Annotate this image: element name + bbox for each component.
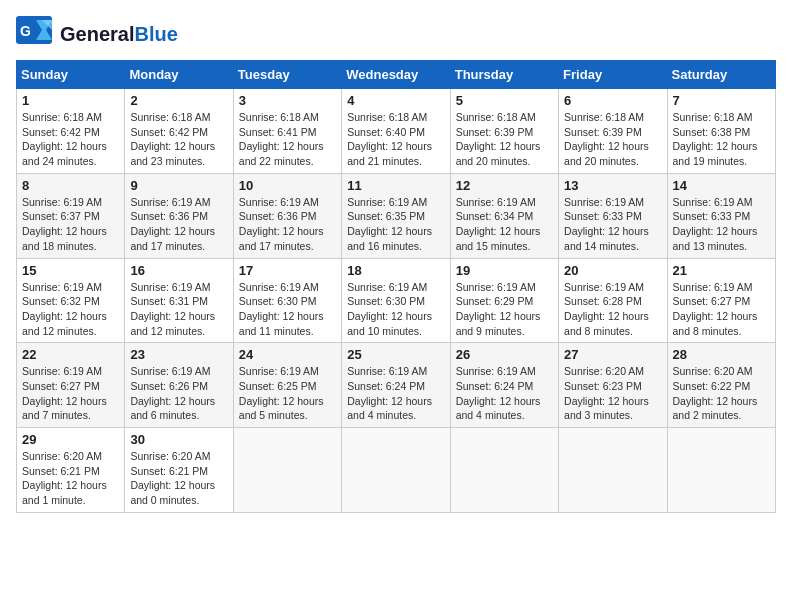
day-number: 4 xyxy=(347,93,444,108)
calendar-cell: 26Sunrise: 6:19 AM Sunset: 6:24 PM Dayli… xyxy=(450,343,558,428)
day-info: Sunrise: 6:18 AM Sunset: 6:40 PM Dayligh… xyxy=(347,110,444,169)
day-number: 8 xyxy=(22,178,119,193)
day-info: Sunrise: 6:19 AM Sunset: 6:28 PM Dayligh… xyxy=(564,280,661,339)
calendar-cell xyxy=(342,428,450,513)
day-number: 29 xyxy=(22,432,119,447)
day-number: 5 xyxy=(456,93,553,108)
calendar-cell xyxy=(450,428,558,513)
day-info: Sunrise: 6:18 AM Sunset: 6:39 PM Dayligh… xyxy=(456,110,553,169)
day-number: 11 xyxy=(347,178,444,193)
calendar-cell: 2Sunrise: 6:18 AM Sunset: 6:42 PM Daylig… xyxy=(125,89,233,174)
day-number: 21 xyxy=(673,263,770,278)
day-info: Sunrise: 6:19 AM Sunset: 6:25 PM Dayligh… xyxy=(239,364,336,423)
calendar-cell: 19Sunrise: 6:19 AM Sunset: 6:29 PM Dayli… xyxy=(450,258,558,343)
calendar-cell: 13Sunrise: 6:19 AM Sunset: 6:33 PM Dayli… xyxy=(559,173,667,258)
day-number: 22 xyxy=(22,347,119,362)
day-info: Sunrise: 6:19 AM Sunset: 6:24 PM Dayligh… xyxy=(347,364,444,423)
calendar-week-row: 15Sunrise: 6:19 AM Sunset: 6:32 PM Dayli… xyxy=(17,258,776,343)
day-info: Sunrise: 6:19 AM Sunset: 6:35 PM Dayligh… xyxy=(347,195,444,254)
calendar-cell: 28Sunrise: 6:20 AM Sunset: 6:22 PM Dayli… xyxy=(667,343,775,428)
calendar-cell: 7Sunrise: 6:18 AM Sunset: 6:38 PM Daylig… xyxy=(667,89,775,174)
calendar-cell: 24Sunrise: 6:19 AM Sunset: 6:25 PM Dayli… xyxy=(233,343,341,428)
day-info: Sunrise: 6:20 AM Sunset: 6:21 PM Dayligh… xyxy=(22,449,119,508)
calendar-week-row: 1Sunrise: 6:18 AM Sunset: 6:42 PM Daylig… xyxy=(17,89,776,174)
svg-text:G: G xyxy=(20,23,31,39)
logo-icon: G xyxy=(16,16,56,52)
day-info: Sunrise: 6:19 AM Sunset: 6:29 PM Dayligh… xyxy=(456,280,553,339)
calendar-cell: 6Sunrise: 6:18 AM Sunset: 6:39 PM Daylig… xyxy=(559,89,667,174)
day-number: 10 xyxy=(239,178,336,193)
day-number: 18 xyxy=(347,263,444,278)
logo-general-text: General xyxy=(60,23,134,45)
day-number: 16 xyxy=(130,263,227,278)
day-number: 2 xyxy=(130,93,227,108)
day-number: 27 xyxy=(564,347,661,362)
calendar-header-row: SundayMondayTuesdayWednesdayThursdayFrid… xyxy=(17,61,776,89)
day-number: 12 xyxy=(456,178,553,193)
day-info: Sunrise: 6:19 AM Sunset: 6:27 PM Dayligh… xyxy=(673,280,770,339)
day-number: 25 xyxy=(347,347,444,362)
day-number: 28 xyxy=(673,347,770,362)
day-number: 9 xyxy=(130,178,227,193)
day-info: Sunrise: 6:19 AM Sunset: 6:26 PM Dayligh… xyxy=(130,364,227,423)
day-number: 6 xyxy=(564,93,661,108)
calendar-cell: 5Sunrise: 6:18 AM Sunset: 6:39 PM Daylig… xyxy=(450,89,558,174)
calendar-cell: 1Sunrise: 6:18 AM Sunset: 6:42 PM Daylig… xyxy=(17,89,125,174)
calendar-cell: 22Sunrise: 6:19 AM Sunset: 6:27 PM Dayli… xyxy=(17,343,125,428)
day-number: 15 xyxy=(22,263,119,278)
calendar-cell: 14Sunrise: 6:19 AM Sunset: 6:33 PM Dayli… xyxy=(667,173,775,258)
calendar-cell: 30Sunrise: 6:20 AM Sunset: 6:21 PM Dayli… xyxy=(125,428,233,513)
logo-blue-text: Blue xyxy=(134,23,177,45)
day-number: 20 xyxy=(564,263,661,278)
calendar-cell: 10Sunrise: 6:19 AM Sunset: 6:36 PM Dayli… xyxy=(233,173,341,258)
day-number: 24 xyxy=(239,347,336,362)
calendar-cell: 8Sunrise: 6:19 AM Sunset: 6:37 PM Daylig… xyxy=(17,173,125,258)
calendar-cell xyxy=(559,428,667,513)
calendar-week-row: 8Sunrise: 6:19 AM Sunset: 6:37 PM Daylig… xyxy=(17,173,776,258)
calendar-cell: 27Sunrise: 6:20 AM Sunset: 6:23 PM Dayli… xyxy=(559,343,667,428)
column-header-monday: Monday xyxy=(125,61,233,89)
calendar-cell: 4Sunrise: 6:18 AM Sunset: 6:40 PM Daylig… xyxy=(342,89,450,174)
calendar-cell: 11Sunrise: 6:19 AM Sunset: 6:35 PM Dayli… xyxy=(342,173,450,258)
day-number: 17 xyxy=(239,263,336,278)
day-info: Sunrise: 6:18 AM Sunset: 6:42 PM Dayligh… xyxy=(22,110,119,169)
day-info: Sunrise: 6:19 AM Sunset: 6:36 PM Dayligh… xyxy=(130,195,227,254)
day-info: Sunrise: 6:18 AM Sunset: 6:39 PM Dayligh… xyxy=(564,110,661,169)
calendar-cell: 21Sunrise: 6:19 AM Sunset: 6:27 PM Dayli… xyxy=(667,258,775,343)
day-info: Sunrise: 6:19 AM Sunset: 6:36 PM Dayligh… xyxy=(239,195,336,254)
calendar-week-row: 22Sunrise: 6:19 AM Sunset: 6:27 PM Dayli… xyxy=(17,343,776,428)
calendar-cell: 3Sunrise: 6:18 AM Sunset: 6:41 PM Daylig… xyxy=(233,89,341,174)
day-number: 7 xyxy=(673,93,770,108)
calendar-cell: 12Sunrise: 6:19 AM Sunset: 6:34 PM Dayli… xyxy=(450,173,558,258)
column-header-friday: Friday xyxy=(559,61,667,89)
calendar-cell: 25Sunrise: 6:19 AM Sunset: 6:24 PM Dayli… xyxy=(342,343,450,428)
day-info: Sunrise: 6:19 AM Sunset: 6:31 PM Dayligh… xyxy=(130,280,227,339)
calendar-cell: 16Sunrise: 6:19 AM Sunset: 6:31 PM Dayli… xyxy=(125,258,233,343)
day-info: Sunrise: 6:19 AM Sunset: 6:37 PM Dayligh… xyxy=(22,195,119,254)
column-header-tuesday: Tuesday xyxy=(233,61,341,89)
day-number: 26 xyxy=(456,347,553,362)
day-info: Sunrise: 6:18 AM Sunset: 6:42 PM Dayligh… xyxy=(130,110,227,169)
day-number: 3 xyxy=(239,93,336,108)
day-info: Sunrise: 6:19 AM Sunset: 6:27 PM Dayligh… xyxy=(22,364,119,423)
day-info: Sunrise: 6:19 AM Sunset: 6:33 PM Dayligh… xyxy=(564,195,661,254)
day-number: 30 xyxy=(130,432,227,447)
day-info: Sunrise: 6:19 AM Sunset: 6:30 PM Dayligh… xyxy=(347,280,444,339)
calendar-cell xyxy=(667,428,775,513)
day-info: Sunrise: 6:20 AM Sunset: 6:21 PM Dayligh… xyxy=(130,449,227,508)
calendar-cell: 17Sunrise: 6:19 AM Sunset: 6:30 PM Dayli… xyxy=(233,258,341,343)
day-info: Sunrise: 6:20 AM Sunset: 6:22 PM Dayligh… xyxy=(673,364,770,423)
calendar-cell: 20Sunrise: 6:19 AM Sunset: 6:28 PM Dayli… xyxy=(559,258,667,343)
day-info: Sunrise: 6:19 AM Sunset: 6:32 PM Dayligh… xyxy=(22,280,119,339)
logo: G GeneralBlue xyxy=(16,16,178,52)
calendar-cell: 9Sunrise: 6:19 AM Sunset: 6:36 PM Daylig… xyxy=(125,173,233,258)
column-header-thursday: Thursday xyxy=(450,61,558,89)
day-number: 13 xyxy=(564,178,661,193)
calendar-cell: 29Sunrise: 6:20 AM Sunset: 6:21 PM Dayli… xyxy=(17,428,125,513)
column-header-saturday: Saturday xyxy=(667,61,775,89)
day-number: 1 xyxy=(22,93,119,108)
calendar-week-row: 29Sunrise: 6:20 AM Sunset: 6:21 PM Dayli… xyxy=(17,428,776,513)
day-info: Sunrise: 6:19 AM Sunset: 6:30 PM Dayligh… xyxy=(239,280,336,339)
page-header: G GeneralBlue xyxy=(16,16,776,52)
calendar-cell: 18Sunrise: 6:19 AM Sunset: 6:30 PM Dayli… xyxy=(342,258,450,343)
